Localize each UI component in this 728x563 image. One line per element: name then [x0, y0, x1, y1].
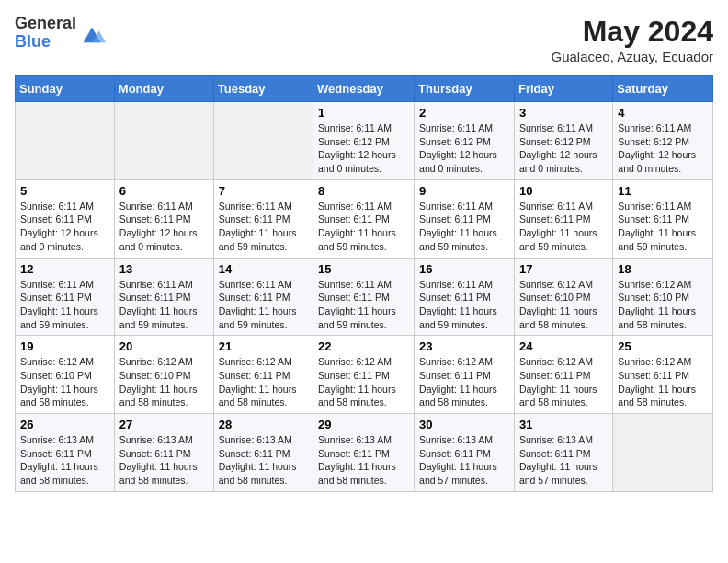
- day-cell: 12Sunrise: 6:11 AMSunset: 6:11 PMDayligh…: [16, 258, 115, 336]
- day-number: 7: [219, 184, 308, 198]
- days-of-week-row: SundayMondayTuesdayWednesdayThursdayFrid…: [16, 76, 713, 102]
- week-row-5: 26Sunrise: 6:13 AMSunset: 6:11 PMDayligh…: [16, 414, 713, 492]
- day-number: 4: [618, 106, 708, 120]
- logo-text: General Blue: [15, 15, 76, 52]
- col-header-sunday: Sunday: [16, 76, 115, 102]
- day-number: 26: [20, 418, 109, 431]
- day-cell: 13Sunrise: 6:11 AMSunset: 6:11 PMDayligh…: [114, 258, 213, 336]
- day-info: Sunrise: 6:11 AMSunset: 6:11 PMDaylight:…: [618, 200, 708, 254]
- day-cell: 7Sunrise: 6:11 AMSunset: 6:11 PMDaylight…: [213, 179, 313, 258]
- day-number: 23: [419, 339, 509, 353]
- day-cell: 20Sunrise: 6:12 AMSunset: 6:10 PMDayligh…: [114, 336, 213, 414]
- location: Gualaceo, Azuay, Ecuador: [552, 49, 714, 64]
- day-cell: [114, 102, 213, 180]
- day-cell: 17Sunrise: 6:12 AMSunset: 6:10 PMDayligh…: [514, 258, 612, 336]
- day-number: 10: [519, 184, 608, 198]
- day-info: Sunrise: 6:11 AMSunset: 6:12 PMDaylight:…: [618, 121, 708, 176]
- day-info: Sunrise: 6:13 AMSunset: 6:11 PMDaylight:…: [219, 433, 308, 488]
- day-number: 3: [519, 106, 608, 120]
- day-cell: [16, 102, 115, 180]
- day-info: Sunrise: 6:11 AMSunset: 6:11 PMDaylight:…: [318, 278, 409, 332]
- day-number: 1: [318, 106, 409, 120]
- day-cell: 1Sunrise: 6:11 AMSunset: 6:12 PMDaylight…: [313, 102, 415, 180]
- week-row-4: 19Sunrise: 6:12 AMSunset: 6:10 PMDayligh…: [16, 336, 713, 414]
- day-info: Sunrise: 6:12 AMSunset: 6:11 PMDaylight:…: [618, 355, 708, 409]
- day-info: Sunrise: 6:11 AMSunset: 6:12 PMDaylight:…: [419, 121, 509, 176]
- day-cell: 5Sunrise: 6:11 AMSunset: 6:11 PMDaylight…: [16, 179, 115, 258]
- day-number: 15: [318, 262, 409, 276]
- day-info: Sunrise: 6:11 AMSunset: 6:11 PMDaylight:…: [519, 200, 608, 254]
- day-info: Sunrise: 6:12 AMSunset: 6:10 PMDaylight:…: [119, 355, 209, 409]
- day-number: 28: [219, 418, 308, 431]
- day-info: Sunrise: 6:11 AMSunset: 6:11 PMDaylight:…: [20, 278, 109, 332]
- col-header-friday: Friday: [514, 76, 612, 102]
- day-number: 18: [618, 262, 708, 276]
- day-info: Sunrise: 6:12 AMSunset: 6:11 PMDaylight:…: [318, 355, 409, 409]
- day-info: Sunrise: 6:13 AMSunset: 6:11 PMDaylight:…: [419, 433, 509, 488]
- day-number: 27: [119, 418, 209, 431]
- day-info: Sunrise: 6:11 AMSunset: 6:11 PMDaylight:…: [119, 200, 209, 254]
- day-number: 2: [419, 106, 509, 120]
- calendar-table: SundayMondayTuesdayWednesdayThursdayFrid…: [15, 75, 713, 492]
- week-row-3: 12Sunrise: 6:11 AMSunset: 6:11 PMDayligh…: [16, 258, 713, 336]
- day-cell: 24Sunrise: 6:12 AMSunset: 6:11 PMDayligh…: [514, 336, 612, 414]
- day-cell: [613, 414, 713, 492]
- day-number: 9: [419, 184, 509, 198]
- day-cell: 21Sunrise: 6:12 AMSunset: 6:11 PMDayligh…: [213, 336, 313, 414]
- day-cell: 9Sunrise: 6:11 AMSunset: 6:11 PMDaylight…: [415, 179, 515, 258]
- col-header-tuesday: Tuesday: [213, 76, 313, 102]
- day-number: 30: [419, 418, 509, 431]
- logo: General Blue: [15, 15, 106, 52]
- week-row-2: 5Sunrise: 6:11 AMSunset: 6:11 PMDaylight…: [16, 179, 713, 258]
- day-cell: 3Sunrise: 6:11 AMSunset: 6:12 PMDaylight…: [514, 102, 612, 180]
- logo-icon: [80, 20, 106, 46]
- day-info: Sunrise: 6:12 AMSunset: 6:10 PMDaylight:…: [618, 278, 708, 332]
- day-cell: 31Sunrise: 6:13 AMSunset: 6:11 PMDayligh…: [514, 414, 612, 492]
- week-row-1: 1Sunrise: 6:11 AMSunset: 6:12 PMDaylight…: [16, 102, 713, 180]
- day-info: Sunrise: 6:12 AMSunset: 6:11 PMDaylight:…: [519, 355, 608, 409]
- day-cell: 2Sunrise: 6:11 AMSunset: 6:12 PMDaylight…: [415, 102, 515, 180]
- day-info: Sunrise: 6:11 AMSunset: 6:11 PMDaylight:…: [419, 200, 509, 254]
- day-cell: 14Sunrise: 6:11 AMSunset: 6:11 PMDayligh…: [213, 258, 313, 336]
- day-number: 25: [618, 339, 708, 353]
- calendar-header: SundayMondayTuesdayWednesdayThursdayFrid…: [16, 76, 713, 102]
- day-number: 16: [419, 262, 509, 276]
- day-info: Sunrise: 6:13 AMSunset: 6:11 PMDaylight:…: [318, 433, 409, 488]
- day-info: Sunrise: 6:11 AMSunset: 6:11 PMDaylight:…: [219, 200, 308, 254]
- title-block: May 2024 Gualaceo, Azuay, Ecuador: [552, 15, 714, 64]
- day-info: Sunrise: 6:11 AMSunset: 6:12 PMDaylight:…: [318, 121, 409, 176]
- day-cell: 10Sunrise: 6:11 AMSunset: 6:11 PMDayligh…: [514, 179, 612, 258]
- day-number: 17: [519, 262, 608, 276]
- page-header: General Blue May 2024 Gualaceo, Azuay, E…: [15, 15, 713, 64]
- day-cell: 28Sunrise: 6:13 AMSunset: 6:11 PMDayligh…: [213, 414, 313, 492]
- day-number: 22: [318, 339, 409, 353]
- day-info: Sunrise: 6:13 AMSunset: 6:11 PMDaylight:…: [519, 433, 608, 488]
- day-number: 21: [219, 339, 308, 353]
- day-info: Sunrise: 6:12 AMSunset: 6:11 PMDaylight:…: [419, 355, 509, 409]
- day-cell: 30Sunrise: 6:13 AMSunset: 6:11 PMDayligh…: [415, 414, 515, 492]
- calendar-body: 1Sunrise: 6:11 AMSunset: 6:12 PMDaylight…: [16, 102, 713, 492]
- day-number: 31: [519, 418, 608, 431]
- day-number: 12: [20, 262, 109, 276]
- day-info: Sunrise: 6:11 AMSunset: 6:11 PMDaylight:…: [20, 200, 109, 254]
- day-number: 19: [20, 339, 109, 353]
- day-cell: 8Sunrise: 6:11 AMSunset: 6:11 PMDaylight…: [313, 179, 415, 258]
- day-number: 29: [318, 418, 409, 431]
- day-cell: 19Sunrise: 6:12 AMSunset: 6:10 PMDayligh…: [16, 336, 115, 414]
- day-info: Sunrise: 6:11 AMSunset: 6:11 PMDaylight:…: [419, 278, 509, 332]
- day-number: 24: [519, 339, 608, 353]
- day-info: Sunrise: 6:11 AMSunset: 6:11 PMDaylight:…: [318, 200, 409, 254]
- col-header-saturday: Saturday: [613, 76, 713, 102]
- day-cell: 4Sunrise: 6:11 AMSunset: 6:12 PMDaylight…: [613, 102, 713, 180]
- month-year: May 2024: [552, 15, 714, 49]
- day-cell: 16Sunrise: 6:11 AMSunset: 6:11 PMDayligh…: [415, 258, 515, 336]
- day-number: 13: [119, 262, 209, 276]
- day-cell: 25Sunrise: 6:12 AMSunset: 6:11 PMDayligh…: [613, 336, 713, 414]
- day-info: Sunrise: 6:12 AMSunset: 6:10 PMDaylight:…: [519, 278, 608, 332]
- day-info: Sunrise: 6:11 AMSunset: 6:12 PMDaylight:…: [519, 121, 608, 176]
- col-header-monday: Monday: [114, 76, 213, 102]
- day-cell: 11Sunrise: 6:11 AMSunset: 6:11 PMDayligh…: [613, 179, 713, 258]
- day-cell: 22Sunrise: 6:12 AMSunset: 6:11 PMDayligh…: [313, 336, 415, 414]
- day-cell: 18Sunrise: 6:12 AMSunset: 6:10 PMDayligh…: [613, 258, 713, 336]
- logo-blue: Blue: [15, 33, 76, 52]
